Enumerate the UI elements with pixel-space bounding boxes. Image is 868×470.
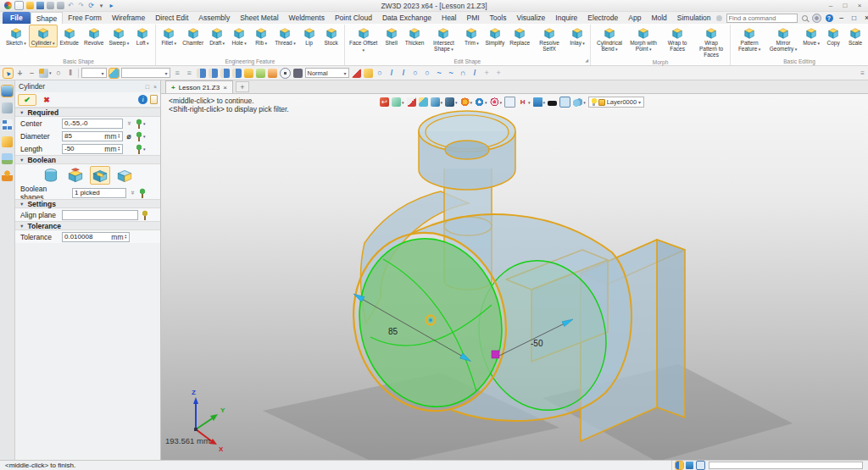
paste-icon[interactable]	[244, 69, 253, 78]
panel-float-icon[interactable]	[146, 84, 149, 90]
boolean-section-header[interactable]: Boolean	[15, 155, 160, 164]
menu-tab[interactable]: Electrode	[582, 12, 623, 24]
ribbon-button[interactable]: Mirror Geometry	[766, 25, 800, 53]
minimize-icon[interactable]	[826, 2, 835, 9]
insert-datum3-icon[interactable]	[220, 69, 230, 78]
diameter-symbol-icon[interactable]	[125, 132, 132, 141]
ok-button[interactable]	[18, 94, 36, 106]
pick-point-icon[interactable]	[135, 119, 143, 129]
boolean-base-button[interactable]	[41, 166, 61, 185]
column-select-icon[interactable]	[66, 69, 75, 78]
pick-plane-icon[interactable]	[141, 210, 149, 220]
save-icon[interactable]	[36, 2, 44, 9]
app-logo-icon[interactable]	[4, 2, 12, 9]
ribbon-button[interactable]: Chamfer	[180, 25, 206, 47]
tolerance-input[interactable]	[64, 233, 110, 241]
3d-viewport[interactable]: <middle-click> to continue. <Shift-right…	[161, 94, 868, 460]
grid-plane-icon[interactable]	[559, 97, 570, 108]
menu-tab[interactable]: Simulation	[672, 12, 716, 24]
menu-tab[interactable]: Inquire	[550, 12, 582, 24]
ribbon-button[interactable]: Simplify	[482, 25, 507, 47]
status-input[interactable]	[709, 462, 863, 469]
render-mode-icon[interactable]	[445, 97, 458, 107]
ribbon-button[interactable]: Extrude	[58, 25, 81, 47]
restore-icon[interactable]	[841, 2, 849, 9]
pick-filter-status-icon[interactable]	[676, 462, 683, 469]
point-cloud-icon[interactable]	[573, 97, 586, 107]
snap-grid-icon[interactable]	[39, 69, 52, 78]
spline2-tool-icon[interactable]	[447, 69, 456, 78]
expand-chevrons-icon[interactable]	[129, 190, 136, 196]
archive-icon[interactable]	[268, 69, 277, 78]
required-section-header[interactable]: Required	[15, 108, 160, 117]
circle-select-icon[interactable]	[54, 69, 64, 78]
pick-point-icon[interactable]	[135, 131, 143, 141]
ribbon-button[interactable]: Face Offset	[347, 25, 381, 54]
layer-combo[interactable]: Layer0000	[588, 97, 644, 108]
boolean-intersect-button[interactable]	[114, 166, 135, 185]
circle2-tool-icon[interactable]	[423, 69, 432, 78]
ribbon-button[interactable]: Inlay	[566, 25, 588, 47]
ribbon-button[interactable]: Wrap to Faces	[660, 25, 694, 53]
menu-tab[interactable]: Visualize	[511, 12, 550, 24]
ribbon-button[interactable]: Wrap Pattern to Faces	[694, 25, 728, 58]
display-settings-icon[interactable]	[533, 97, 546, 107]
plane-pin-icon[interactable]	[2, 102, 13, 113]
boolean-shapes-field[interactable]	[72, 188, 126, 198]
document-tab[interactable]: Lesson 21.Z3	[165, 80, 233, 93]
ribbon-button[interactable]: Copy	[822, 25, 844, 47]
model-scene[interactable]: 85 -50	[161, 94, 868, 460]
panel-close-icon[interactable]	[153, 84, 157, 90]
help-icon[interactable]	[826, 14, 833, 22]
attach-icon[interactable]	[364, 69, 373, 78]
dialog-launcher-icon[interactable]: ◢	[585, 57, 588, 64]
redline-icon[interactable]	[407, 97, 416, 107]
menu-tab[interactable]: Sheet Metal	[235, 12, 283, 24]
filter-combo[interactable]	[81, 68, 107, 78]
display-status-icon[interactable]	[686, 462, 693, 469]
ribbon-button[interactable]: Intersect Shape	[426, 25, 460, 53]
quick-access-menu-icon[interactable]	[97, 2, 105, 9]
close-tab-icon[interactable]	[223, 84, 227, 91]
scene-panel-icon[interactable]	[2, 153, 13, 164]
boolean-add-button[interactable]	[65, 166, 86, 185]
arc-tool-icon[interactable]	[459, 69, 468, 78]
ribbon-button[interactable]: Pattern Feature	[732, 25, 766, 53]
align-plane-view-icon[interactable]	[518, 97, 531, 107]
center-point-icon[interactable]	[429, 318, 432, 322]
ribbon-button[interactable]: Move	[800, 25, 822, 47]
assembly-tree-icon[interactable]	[2, 119, 13, 130]
insert-datum-icon[interactable]	[197, 69, 206, 78]
ribbon-button[interactable]: Shell	[381, 25, 403, 47]
ribbon-button[interactable]: Rib	[250, 25, 272, 47]
menu-tab[interactable]: Shape	[31, 12, 64, 24]
cancel-button[interactable]	[39, 94, 54, 106]
ribbon-button[interactable]: Revolve	[81, 25, 106, 47]
zoom-window-icon[interactable]	[504, 97, 515, 108]
length-dim-text[interactable]: -50	[531, 339, 543, 348]
ribbon-button[interactable]: Sweep	[106, 25, 131, 47]
length-drag-handle[interactable]	[492, 351, 499, 358]
model-counterbore[interactable]	[445, 141, 489, 159]
cylinder-panel-icon[interactable]	[2, 86, 13, 97]
expand-chevrons-icon[interactable]	[125, 120, 133, 127]
role-person-icon[interactable]	[2, 170, 13, 181]
ribbon-button[interactable]: Trim	[460, 25, 482, 47]
tolerance-field[interactable]: mm	[62, 232, 130, 242]
menu-tab[interactable]: Tools	[485, 12, 512, 24]
diameter-input[interactable]	[64, 132, 103, 140]
batch-print-icon[interactable]	[57, 2, 64, 9]
record-icon[interactable]	[293, 69, 303, 78]
ribbon-button[interactable]: Loft	[131, 25, 153, 47]
new-tab-button[interactable]	[236, 81, 249, 92]
background-icon[interactable]	[548, 99, 557, 106]
doc-page-icon[interactable]	[150, 95, 158, 104]
equal-icon[interactable]	[173, 69, 182, 78]
pick-shape-icon[interactable]	[138, 188, 147, 198]
menu-tab[interactable]: PMI	[461, 12, 484, 24]
ribbon-button[interactable]: Cylinder	[29, 25, 58, 47]
resume-icon[interactable]	[108, 2, 115, 9]
length-field[interactable]: mm	[62, 144, 123, 154]
menu-tab[interactable]: File	[3, 12, 31, 24]
diameter-field[interactable]: mm	[62, 131, 123, 141]
